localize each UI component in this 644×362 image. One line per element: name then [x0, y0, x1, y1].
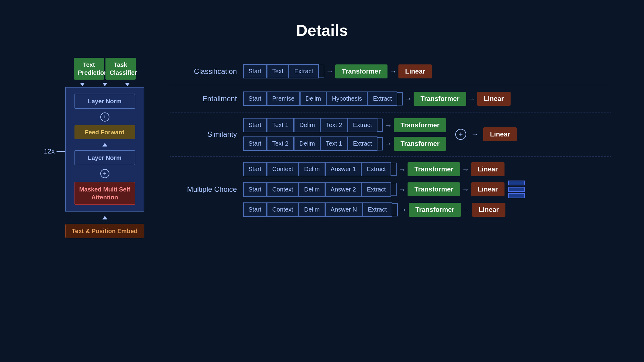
mc1-arrow: → [397, 165, 408, 174]
ent-arrow: → [403, 95, 414, 103]
masked-attention: Masked Multi Self Attention [74, 182, 135, 205]
arch-top-row: Text Prediction Task Classifier [74, 58, 136, 80]
mc3-delim: Delim [299, 202, 325, 217]
mc1-extract: Extract [361, 162, 391, 176]
mc-row-3: Start Context Delim Answer N Extract → T… [243, 202, 525, 217]
mc-stack-icon [508, 181, 525, 198]
ent-premise: Premise [267, 91, 300, 106]
sim2-delim: Delim [294, 136, 320, 151]
sim2-extract: Extract [348, 136, 377, 151]
mc3-linear: Linear [472, 203, 505, 217]
sim2-transformer: Transformer [394, 137, 446, 151]
inner-arch-box: Layer Norm + Feed Forward Layer Norm + M… [65, 87, 144, 212]
sim1-text2: Text 2 [320, 118, 347, 132]
mc1-context: Context [267, 162, 299, 176]
ent-arrow2: → [466, 95, 477, 103]
mc1-bracket [391, 163, 397, 176]
ent-bracket [397, 92, 403, 105]
task-classifier-block: Task Classifier [105, 58, 136, 80]
stack-line-3 [508, 193, 525, 198]
mc1-delim: Delim [299, 162, 325, 176]
classification-seq: Start Text Extract → Transformer → Linea… [243, 64, 432, 78]
mc2-arrow: → [397, 185, 408, 194]
mc2-bracket [391, 183, 397, 196]
sim-plus: + [455, 129, 466, 140]
mc2-extract: Extract [361, 182, 391, 197]
cls-arrow: → [324, 67, 335, 76]
mc3-extract: Extract [363, 202, 392, 217]
similarity-label: Similarity [170, 130, 237, 139]
arrow-down-1 [80, 83, 85, 86]
mc2-answer2: Answer 2 [325, 182, 361, 197]
add-op-1: + [100, 112, 109, 122]
mc2-context: Context [267, 182, 299, 197]
mc2-transformer: Transformer [408, 182, 460, 196]
sim2-text2: Text 2 [267, 136, 294, 151]
sim1-delim: Delim [294, 118, 320, 132]
similarity-seq-group: Start Text 1 Delim Text 2 Extract → Tran… [243, 118, 446, 151]
mc3-start: Start [243, 202, 267, 217]
mc3-context: Context [267, 202, 299, 217]
mc3-arrow: → [398, 205, 409, 214]
tasks-panel: Classification Start Text Extract → Tran… [170, 58, 611, 222]
classification-label: Classification [170, 67, 237, 76]
task-mc-row: Multiple Choice Start Context Delim Answ… [170, 157, 611, 222]
cls-extract: Extract [289, 64, 319, 78]
repeat-label: 12x [44, 147, 66, 155]
sim-row-2: Start Text 2 Delim Text 1 Extract → Tran… [243, 136, 446, 151]
sim-linear: Linear [483, 127, 517, 141]
arrow-up-1 [102, 143, 107, 147]
ent-transformer: Transformer [414, 92, 466, 106]
embed-block: Text & Position Embed [65, 224, 144, 238]
mc2-arrow2: → [460, 185, 471, 194]
sim-combine: + → Linear [455, 127, 517, 141]
sim2-bracket [377, 137, 383, 150]
mc-row-2: Start Context Delim Answer 2 Extract → T… [243, 181, 525, 198]
cls-bracket [319, 65, 324, 78]
layer-norm-2: Layer Norm [74, 150, 135, 165]
feed-forward: Feed Forward [74, 125, 135, 139]
task-entailment-row: Entailment Start Premise Delim Hypothesi… [170, 85, 611, 112]
sim1-transformer: Transformer [394, 118, 446, 132]
mc-label: Multiple Choice [170, 185, 237, 194]
ent-start: Start [243, 91, 267, 106]
mc1-answer1: Answer 1 [325, 162, 361, 176]
stack-line-1 [508, 181, 525, 185]
mc-seq-group: Start Context Delim Answer 1 Extract → T… [243, 162, 525, 217]
cls-start: Start [243, 64, 267, 78]
add-op-2: + [100, 169, 109, 178]
sim1-extract: Extract [348, 118, 377, 132]
arrow-down-3 [125, 83, 130, 86]
entailment-label: Entailment [170, 95, 237, 103]
page-title: Details [296, 21, 348, 40]
cls-arrow2: → [387, 67, 398, 76]
task-similarity-row: Similarity Start Text 1 Delim Text 2 Ext… [170, 112, 611, 157]
mc3-bracket [392, 203, 398, 216]
sim1-arrow: → [383, 121, 394, 129]
mc3-arrow2: → [461, 205, 472, 214]
sim2-start: Start [243, 136, 267, 151]
entailment-seq: Start Premise Delim Hypothesis Extract →… [243, 91, 511, 106]
mc2-linear: Linear [471, 182, 505, 196]
ent-extract: Extract [367, 91, 397, 106]
main-content: Text Prediction Task Classifier 12x Laye… [58, 58, 611, 238]
mc1-linear: Linear [471, 162, 505, 176]
sim1-start: Start [243, 118, 267, 132]
arch-diagram: Text Prediction Task Classifier 12x Laye… [58, 58, 152, 238]
mc-row-1: Start Context Delim Answer 1 Extract → T… [243, 162, 525, 176]
sim1-text1: Text 1 [267, 118, 294, 132]
repeat-block: 12x Layer Norm + Feed Forward Layer Norm… [65, 87, 144, 216]
ent-delim: Delim [300, 91, 326, 106]
mc3-answern: Answer N [325, 202, 363, 217]
mc3-transformer: Transformer [409, 203, 461, 217]
mc1-transformer: Transformer [408, 162, 460, 176]
cls-text: Text [267, 64, 289, 78]
cls-transformer: Transformer [335, 64, 387, 78]
arrow-up-2 [102, 216, 107, 219]
stack-line-2 [508, 187, 525, 192]
sim-arrow-linear: → [469, 130, 480, 139]
ent-linear: Linear [477, 92, 511, 106]
arrow-down-2 [102, 83, 107, 86]
sim1-bracket [377, 119, 383, 132]
mc1-arrow2: → [460, 165, 471, 174]
